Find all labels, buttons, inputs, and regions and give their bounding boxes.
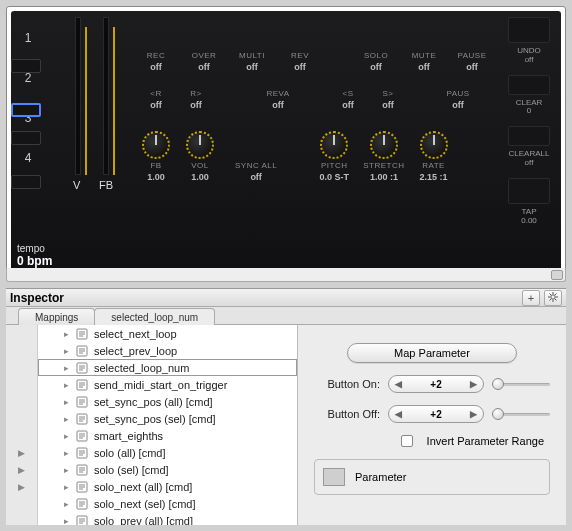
disclosure-icon[interactable]: ▸ (64, 397, 74, 407)
knob-stretch[interactable]: STRETCH1.00 :1 (363, 131, 404, 182)
gutter-row (6, 376, 37, 393)
tree-item-label: solo_prev (all) [cmd] (94, 515, 193, 526)
param-solo[interactable]: SOLOoff (361, 51, 391, 72)
param-rev[interactable]: REVoff (285, 51, 315, 72)
param-s-fwd[interactable]: S>off (373, 89, 403, 110)
tree-item[interactable]: ▸solo_next (all) [cmd] (38, 478, 297, 495)
slot-column: 1 2 3 4 (19, 29, 37, 167)
knob-rate[interactable]: RATE2.15 :1 (419, 131, 449, 182)
tree-item[interactable]: ▸set_sync_pos (all) [cmd] (38, 393, 297, 410)
gutter-row: ▶ (6, 478, 37, 495)
button-on-stepper[interactable]: ◀ +2 ▶ (388, 375, 484, 393)
stepper-right-icon[interactable]: ▶ (470, 379, 477, 389)
stepper-left-icon[interactable]: ◀ (395, 379, 402, 389)
tree-item[interactable]: ▸solo_prev (all) [cmd] (38, 512, 297, 525)
expand-icon[interactable]: ▶ (18, 448, 25, 458)
right-btn-2[interactable] (508, 126, 550, 146)
tree-item[interactable]: ▸set_sync_pos (sel) [cmd] (38, 410, 297, 427)
tree-item-label: solo (sel) [cmd] (94, 464, 169, 476)
disclosure-icon[interactable]: ▸ (64, 499, 74, 509)
parameter-tree[interactable]: ▸select_next_loop▸select_prev_loop▸selec… (38, 325, 298, 525)
tree-item-label: set_sync_pos (all) [cmd] (94, 396, 213, 408)
gutter-row (6, 393, 37, 410)
inspector-panel: Inspector + Mappings selected_loop_num ▶… (6, 288, 566, 525)
tab-mappings[interactable]: Mappings (18, 308, 95, 325)
button-off-stepper[interactable]: ◀ +2 ▶ (388, 405, 484, 423)
disclosure-icon[interactable]: ▸ (64, 482, 74, 492)
right-btn-0[interactable] (508, 17, 550, 43)
param-rec[interactable]: RECoff (141, 51, 171, 72)
param-reva[interactable]: REVAoff (263, 89, 293, 110)
disclosure-icon[interactable]: ▸ (64, 448, 74, 458)
tree-item[interactable]: ▸solo (sel) [cmd] (38, 461, 297, 478)
right-btn-3[interactable] (508, 178, 550, 204)
svg-line-6 (555, 299, 557, 301)
knob-fb[interactable]: FB1.00 (141, 131, 171, 182)
tree-item[interactable]: ▸selected_loop_num (38, 359, 297, 376)
stepper-right-icon[interactable]: ▶ (470, 409, 477, 419)
slot-indicator-4[interactable] (11, 175, 41, 189)
param-s-back[interactable]: <Soff (333, 89, 363, 110)
tab-selected-loop-num[interactable]: selected_loop_num (94, 308, 215, 325)
slot-indicator-1[interactable] (11, 59, 41, 73)
tree-item-label: solo (all) [cmd] (94, 447, 166, 459)
param-row-1: RECoff OVERoff MULTIoff REVoff SOLOoff M… (141, 51, 487, 72)
param-paus[interactable]: PAUSoff (443, 89, 473, 110)
disclosure-icon[interactable]: ▸ (64, 346, 74, 356)
slot-indicator-2[interactable] (11, 103, 41, 117)
expand-icon[interactable]: ▶ (18, 482, 25, 492)
scrollbar-thumb[interactable] (551, 270, 563, 280)
device-frame: 1 2 3 4 V FB UNDOoff (6, 6, 566, 279)
disclosure-icon[interactable]: ▸ (64, 380, 74, 390)
disclosure-icon[interactable]: ▸ (64, 329, 74, 339)
tempo-readout: tempo 0 bpm (17, 243, 52, 268)
item-icon (76, 464, 88, 476)
knob-vol[interactable]: VOL1.00 (185, 131, 215, 182)
param-over[interactable]: OVERoff (189, 51, 219, 72)
param-syncall[interactable]: SYNC ALLoff (235, 161, 277, 182)
knob-pitch[interactable]: PITCH0.0 S-T (319, 131, 349, 182)
item-icon (76, 515, 88, 526)
tree-item[interactable]: ▸smart_eighths (38, 427, 297, 444)
svg-point-0 (551, 294, 555, 298)
param-multi[interactable]: MULTIoff (237, 51, 267, 72)
invert-checkbox[interactable] (401, 435, 413, 447)
svg-line-5 (550, 293, 552, 295)
meter-fb[interactable] (103, 17, 109, 175)
slot-indicator-3[interactable] (11, 131, 41, 145)
item-icon (76, 430, 88, 442)
meter-v[interactable] (75, 17, 81, 175)
tree-item[interactable]: ▸send_midi_start_on_trigger (38, 376, 297, 393)
disclosure-icon[interactable]: ▸ (64, 414, 74, 424)
gear-icon (548, 292, 558, 304)
disclosure-icon[interactable]: ▸ (64, 363, 74, 373)
slot-1[interactable]: 1 (19, 29, 37, 47)
stepper-left-icon[interactable]: ◀ (395, 409, 402, 419)
param-pause[interactable]: PAUSEoff (457, 51, 487, 72)
device-h-scrollbar[interactable] (6, 268, 566, 282)
disclosure-icon[interactable]: ▸ (64, 431, 74, 441)
disclosure-icon[interactable]: ▸ (64, 465, 74, 475)
expand-icon[interactable]: ▶ (18, 465, 25, 475)
param-mute[interactable]: MUTEoff (409, 51, 439, 72)
tree-item[interactable]: ▸select_prev_loop (38, 342, 297, 359)
disclosure-icon[interactable]: ▸ (64, 516, 74, 526)
param-r-back[interactable]: <Roff (141, 89, 171, 110)
param-r-fwd[interactable]: R>off (181, 89, 211, 110)
right-btn-1[interactable] (508, 75, 550, 95)
tree-item[interactable]: ▸solo (all) [cmd] (38, 444, 297, 461)
map-parameter-button[interactable]: Map Parameter (347, 343, 517, 363)
add-button[interactable]: + (522, 290, 540, 306)
button-off-slider[interactable] (492, 407, 550, 421)
gutter-row (6, 359, 37, 376)
button-on-slider[interactable] (492, 377, 550, 391)
parameter-color-swatch[interactable] (323, 468, 345, 486)
invert-label: Invert Parameter Range (427, 435, 544, 447)
tree-item[interactable]: ▸select_next_loop (38, 325, 297, 342)
slot-4[interactable]: 4 (19, 149, 37, 167)
tree-item[interactable]: ▸solo_next (sel) [cmd] (38, 495, 297, 512)
settings-button[interactable] (544, 290, 562, 306)
item-icon (76, 447, 88, 459)
tree-item-label: select_prev_loop (94, 345, 177, 357)
gutter-row: ▶ (6, 444, 37, 461)
